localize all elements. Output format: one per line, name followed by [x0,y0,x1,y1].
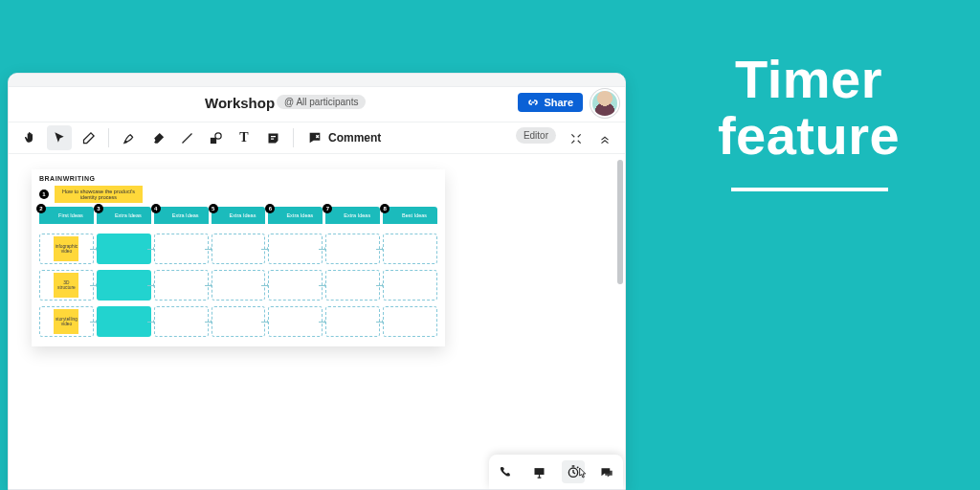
toolbar-separator [293,128,294,147]
column-headers: 2First Ideas3Extra Ideas4Extra Ideas5Ext… [32,205,445,224]
column-label: Extra Ideas [172,212,199,218]
canvas-area[interactable]: BRAINWRITING 1 How to showcase the produ… [9,154,625,489]
idea-cell[interactable] [325,234,380,264]
present-icon[interactable] [528,460,551,483]
sticky-note[interactable]: storytelling video [54,309,78,334]
column-header[interactable]: 4Extra Ideas [154,207,209,224]
idea-cell[interactable] [268,234,323,264]
column-label: Best Ideas [402,212,427,218]
column-header[interactable]: 7Extra Ideas [325,207,380,224]
hand-tool-icon[interactable] [18,125,43,150]
comment-label: Comment [328,131,381,145]
column-header[interactable]: 3Extra Ideas [97,207,151,224]
collapse-chevron-icon[interactable] [594,128,615,149]
idea-cell[interactable] [212,270,266,301]
cursor-pointer-icon [575,466,590,481]
timer-icon[interactable] [562,460,585,483]
instruction-row: 1 How to showcase the product's identity… [39,186,437,203]
shape-tool-icon[interactable] [203,125,228,150]
board-title[interactable]: Workshop [205,95,275,111]
column-label: Extra Ideas [344,212,370,218]
caption-line2: feature [651,108,967,165]
idea-cell[interactable] [268,306,323,337]
line-tool-icon[interactable] [174,125,199,150]
column-header[interactable]: 8Best Ideas [383,207,437,224]
svg-point-2 [214,132,220,138]
text-tool-icon[interactable]: T [232,125,256,150]
page-caption: Timer feature [651,52,967,165]
comment-button[interactable]: Comment [301,127,387,148]
step-dot: 7 [323,204,332,213]
idea-cell[interactable]: storytelling video [39,306,94,337]
eraser-tool-icon[interactable] [76,125,100,150]
brush-tool-icon[interactable] [145,125,170,150]
idea-cell[interactable] [212,234,266,264]
participants-pill[interactable]: @ All participants [277,95,366,109]
phone-icon[interactable] [495,460,518,483]
svg-rect-1 [210,137,215,143]
step-dot: 3 [94,204,103,213]
avatar[interactable] [592,91,617,116]
toolbar-separator [108,128,109,147]
svg-point-0 [125,141,126,142]
idea-cell[interactable] [325,306,380,337]
sticky-note[interactable]: 3D structure [54,273,78,298]
cursor-tool-icon[interactable] [47,125,72,150]
idea-cell[interactable] [383,234,437,264]
expand-icon[interactable] [566,128,587,149]
instruction-note[interactable]: How to showcase the product's identity p… [55,186,143,203]
caption-line1: Timer [651,52,967,108]
toolbar: T Comment Editor [9,122,625,154]
editor-mode-pill[interactable]: Editor [516,127,556,144]
step-dot: 4 [151,204,161,213]
column-label: First Ideas [58,212,83,218]
step-dot: 6 [265,204,275,213]
sticky-note[interactable]: infographic video [54,236,78,261]
chat-icon[interactable] [595,460,618,483]
column-header[interactable]: 5Extra Ideas [212,207,266,224]
share-button[interactable]: Share [518,93,583,112]
column-label: Extra Ideas [115,212,142,218]
svg-rect-3 [535,468,545,475]
idea-cell[interactable] [383,306,437,337]
scrollbar-thumb[interactable] [617,160,623,284]
idea-cell[interactable] [97,270,151,301]
share-label: Share [544,97,573,108]
idea-cell[interactable] [97,306,151,337]
idea-cell[interactable] [97,234,151,264]
idea-cell[interactable] [268,270,323,301]
column-header[interactable]: 2First Ideas [39,207,94,224]
browser-tabstrip [9,74,625,87]
app-window: Workshop @ All participants Share [8,73,626,490]
table-row: infographic video [39,234,437,264]
caption-underline [731,188,888,191]
idea-cell[interactable]: infographic video [39,234,94,264]
column-label: Extra Ideas [230,212,256,218]
note-tool-icon[interactable] [260,125,285,150]
idea-cell[interactable] [154,234,209,264]
idea-cell[interactable] [154,270,209,301]
step-dot: 8 [380,204,390,213]
table-row: storytelling video [39,306,437,337]
column-header[interactable]: 6Extra Ideas [268,207,323,224]
idea-cell[interactable] [325,270,380,301]
idea-cell[interactable] [212,306,266,337]
link-icon [527,97,539,108]
idea-cell[interactable] [154,306,209,337]
table-row: 3D structure [39,270,437,301]
bottom-bar [489,455,623,489]
board-heading: BRAINWRITING [32,169,445,182]
idea-cell[interactable]: 3D structure [39,270,94,301]
pen-tool-icon[interactable] [117,125,142,150]
header-bar: Workshop @ All participants Share [9,87,625,122]
step-dot: 2 [36,204,46,213]
step-dot: 5 [209,204,218,213]
brainwriting-board[interactable]: BRAINWRITING 1 How to showcase the produ… [32,169,445,346]
column-label: Extra Ideas [286,212,313,218]
idea-grid: infographic video3D structurestorytellin… [32,224,445,346]
step-dot: 1 [39,189,49,199]
comment-icon [307,130,323,145]
idea-cell[interactable] [383,270,437,301]
